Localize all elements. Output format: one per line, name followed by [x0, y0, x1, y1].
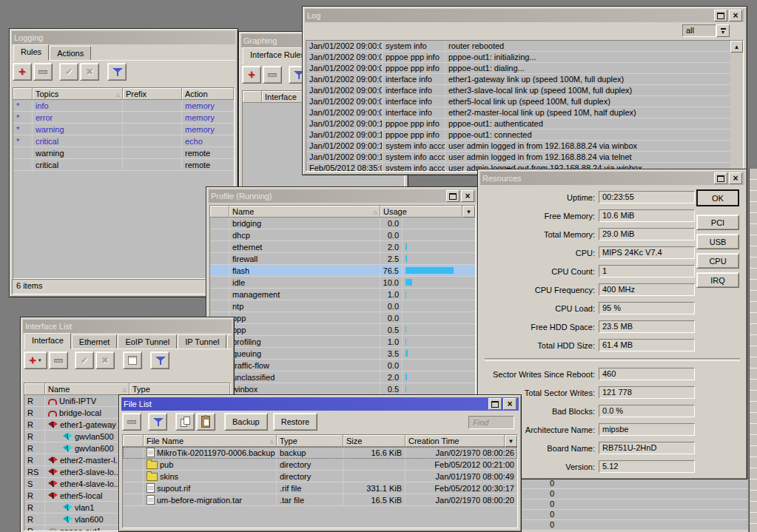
remove-button[interactable] [33, 63, 53, 81]
table-row[interactable]: Jan/01/2002 09:00:06interface infoether3… [306, 85, 730, 96]
log-titlebar[interactable]: Log × [305, 9, 744, 22]
table-row[interactable]: Jan/01/2002 09:00:11pppoe ppp infopppoe-… [306, 129, 730, 141]
table-row[interactable]: management1.0 [210, 289, 475, 300]
comment-button[interactable] [123, 351, 142, 369]
filter-button[interactable] [150, 351, 169, 369]
table-row[interactable]: Jan/01/2002 09:00:05pppoe ppp infopppoe-… [306, 52, 730, 63]
icon-column-header[interactable] [123, 435, 144, 447]
table-row[interactable]: *warningmemory [13, 124, 234, 135]
tab-gre-tunnel[interactable]: GRE Tunnel [227, 334, 232, 349]
flags-column-header[interactable] [13, 88, 33, 100]
column-select-button[interactable]: ▼ [462, 206, 475, 218]
table-row[interactable]: MikroTik-02011970-0006.backupbackup16.6 … [123, 447, 517, 459]
table-row[interactable]: Jan/01/2002 09:00:06interface infoether1… [306, 74, 730, 85]
size-column-header[interactable]: Size [343, 435, 406, 447]
table-row[interactable]: um-before-migration.tar.tar file16.5 KiB… [123, 494, 517, 506]
table-row[interactable]: Jan/01/2002 09:00:07interface infoether2… [306, 107, 730, 118]
table-row[interactable]: ethernet2.0 [210, 241, 475, 253]
tab-eoip-tunnel[interactable]: EoIP Tunnel [118, 334, 177, 349]
file-name-column-header[interactable]: File Name△ [144, 435, 277, 447]
flags-column-header[interactable] [243, 91, 262, 103]
table-row[interactable]: traffic-flow0.0 [210, 360, 475, 371]
copy-button[interactable] [175, 413, 195, 431]
table-row[interactable]: Jan/01/2002 09:00:06interface infoether5… [306, 96, 730, 107]
name-column-header[interactable]: Name△ [45, 383, 129, 395]
irq-button[interactable]: IRQ [696, 272, 739, 288]
add-button[interactable]: + [13, 63, 32, 81]
blank-column-header[interactable] [210, 206, 229, 218]
enable-button[interactable]: ✔ [59, 63, 78, 81]
tab-ethernet[interactable]: Ethernet [72, 334, 118, 349]
maximize-button[interactable] [446, 190, 460, 202]
table-row[interactable]: Jan/01/2002 09:00:11pppoe ppp infopppoe-… [306, 118, 730, 129]
table-row[interactable]: bridging0.0 [210, 218, 475, 229]
table-row[interactable]: *criticalecho [13, 135, 234, 147]
remove-button[interactable] [263, 66, 282, 84]
table-row[interactable]: ppp0.5 [210, 324, 475, 336]
add-button[interactable]: +▼ [24, 351, 47, 369]
tab-rules[interactable]: Rules [13, 44, 49, 61]
file-list-titlebar[interactable]: File List × [121, 397, 519, 411]
close-button[interactable]: × [729, 10, 742, 21]
table-row[interactable]: winbox0.5 [210, 383, 475, 395]
maximize-button[interactable] [714, 172, 727, 184]
table-row[interactable]: dhcp0.0 [210, 229, 475, 241]
usage-column-header[interactable]: Usage [380, 206, 462, 218]
log-filter-dropdown-button[interactable]: ▼ [716, 24, 730, 37]
action-column-header[interactable]: Action [182, 88, 234, 100]
usb-button[interactable]: USB [696, 234, 739, 249]
table-row[interactable]: profiling1.0 [210, 336, 475, 348]
table-row[interactable]: firewall2.5 [210, 253, 475, 265]
prefix-column-header[interactable]: Prefix [123, 88, 182, 100]
table-row[interactable]: Jan/01/2002 09:00:05pppoe ppp infopppoe-… [306, 63, 730, 74]
maximize-button[interactable] [488, 398, 502, 410]
logging-titlebar[interactable]: Logging [12, 31, 235, 44]
table-row[interactable]: skinsdirectoryJan/01/1970 08:00:49 [123, 471, 517, 482]
restore-button[interactable]: Restore [273, 413, 318, 431]
table-row[interactable]: ppp0.0 [210, 312, 475, 324]
remove-button[interactable] [122, 413, 141, 431]
close-button[interactable]: × [461, 190, 474, 202]
table-row[interactable]: *infomemory [13, 100, 234, 112]
table-row[interactable]: *errormemory [13, 112, 234, 124]
table-row[interactable]: Jan/01/2002 09:00:19system info accountu… [306, 152, 730, 163]
ok-button[interactable]: OK [696, 189, 739, 206]
tab-actions[interactable]: Actions [50, 46, 91, 61]
find-input[interactable]: Find [468, 416, 514, 429]
filter-button[interactable] [148, 413, 167, 431]
table-row[interactable]: flash76.5 [210, 265, 475, 277]
disable-button[interactable]: ✖ [80, 63, 99, 81]
table-row[interactable]: Jan/01/2002 09:00:19system info accountu… [306, 141, 730, 152]
tab-ip-tunnel[interactable]: IP Tunnel [178, 334, 226, 349]
table-row[interactable]: supout.rif.rif file331.1 KiBFeb/05/2012 … [123, 482, 517, 494]
profile-titlebar[interactable]: Profile (Running) × [209, 189, 477, 203]
resources-titlebar[interactable]: Resources × [480, 172, 744, 185]
add-button[interactable]: + [242, 66, 261, 84]
table-row[interactable]: queuing3.5 [210, 348, 475, 360]
name-column-header[interactable]: Name△ [229, 206, 380, 218]
tab-interface[interactable]: Interface [24, 333, 71, 349]
scroll-up-button[interactable]: ▲ [730, 41, 743, 53]
backup-button[interactable]: Backup [224, 413, 268, 431]
topics-column-header[interactable]: Topics△ [33, 88, 123, 100]
close-button[interactable]: × [503, 398, 517, 410]
creation-time-column-header[interactable]: Creation Time [406, 435, 505, 447]
column-select-button[interactable]: ▼ [505, 435, 517, 447]
table-row[interactable]: pubdirectoryFeb/05/2012 00:21:00 [123, 459, 517, 471]
paste-button[interactable] [196, 413, 215, 431]
cpu-button[interactable]: CPU [696, 253, 739, 269]
type-column-header[interactable]: Type [277, 435, 343, 447]
enable-button[interactable]: ✔ [75, 351, 94, 369]
table-row[interactable]: idle10.0 [210, 277, 475, 289]
log-filter-select[interactable]: all [682, 24, 716, 37]
flags-column-header[interactable] [24, 383, 45, 395]
table-row[interactable]: criticalremote [13, 159, 234, 171]
table-row[interactable]: unclassified2.0 [210, 371, 475, 383]
disable-button[interactable]: ✖ [95, 351, 115, 369]
maximize-button[interactable] [714, 10, 727, 21]
pci-button[interactable]: PCI [696, 215, 739, 230]
remove-button[interactable] [49, 351, 68, 369]
filter-button[interactable] [107, 63, 127, 81]
log-scrollbar[interactable]: ▲ [730, 41, 743, 171]
table-row[interactable]: Jan/01/2002 09:00:02system inforouter re… [306, 41, 730, 52]
